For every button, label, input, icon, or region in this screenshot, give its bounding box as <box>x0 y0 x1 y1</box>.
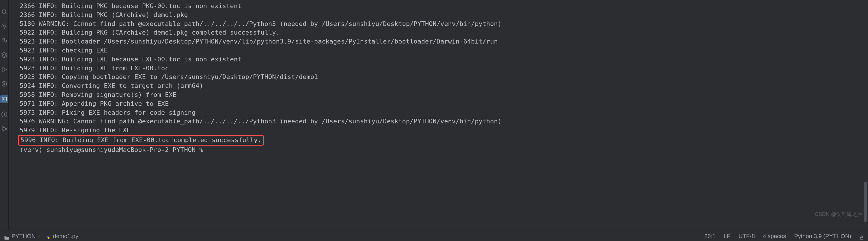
interpreter[interactable]: Python 3.9 (PYTHON) <box>794 232 851 240</box>
terminal-icon[interactable] <box>0 95 8 103</box>
terminal-line: 5979 INFO: Re-signing the EXE <box>20 126 857 135</box>
terminal-line: 5924 INFO: Converting EXE to target arch… <box>20 81 857 91</box>
svg-point-11 <box>4 115 4 116</box>
debug-icon[interactable] <box>1 23 7 29</box>
sidebar <box>0 0 9 231</box>
breadcrumb-root[interactable]: PYTHON <box>11 232 35 240</box>
breadcrumb-file[interactable]: demo1.py <box>53 232 78 240</box>
terminal-line: 5922 INFO: Building PKG (CArchive) demo1… <box>20 28 857 37</box>
vcs-icon[interactable] <box>1 126 7 132</box>
chevron-right-icon: 〉 <box>38 232 43 240</box>
lock-icon[interactable] <box>859 234 864 238</box>
layers-icon[interactable] <box>1 52 7 58</box>
svg-point-13 <box>2 130 3 131</box>
terminal-highlighted-line: 5996 INFO: Building EXE from EXE-00.toc … <box>18 135 264 146</box>
breadcrumb[interactable]: PYTHON 〉 demo1.py <box>4 232 78 240</box>
terminal-line: 2366 INFO: Building PKG because PKG-00.t… <box>20 2 857 11</box>
svg-rect-7 <box>2 97 6 101</box>
indent-setting[interactable]: 4 spaces <box>763 232 786 240</box>
main-area: 2366 INFO: Building PKG because PKG-00.t… <box>0 0 868 231</box>
terminal-line: 5976 WARNING: Cannot find path @executab… <box>20 117 857 126</box>
terminal-line: 5923 INFO: Building EXE because EXE-00.t… <box>20 55 857 64</box>
terminal-line: 5923 INFO: Copying bootloader EXE to /Us… <box>20 73 857 81</box>
python-file-icon <box>46 234 51 238</box>
search-icon[interactable] <box>1 9 7 15</box>
terminal-line: 5973 INFO: Fixing EXE headers for code s… <box>20 108 857 117</box>
terminal-line: 5180 WARNING: Cannot find path @executab… <box>20 20 857 29</box>
run-icon[interactable] <box>1 66 7 73</box>
line-separator[interactable]: LF <box>724 232 730 240</box>
terminal-line: 5923 INFO: checking EXE <box>20 46 857 55</box>
svg-point-12 <box>2 127 3 128</box>
terminal-line: 5923 INFO: Building EXE from EXE-00.toc <box>20 64 857 73</box>
scrollbar-track[interactable] <box>863 0 867 231</box>
svg-point-2 <box>3 25 5 27</box>
svg-marker-4 <box>3 67 6 72</box>
statusbar: PYTHON 〉 demo1.py 26:1 LF UTF-8 4 spaces… <box>0 231 868 241</box>
terminal-line: 5958 INFO: Removing signature(s) from EX… <box>20 91 857 99</box>
scrollbar-thumb[interactable] <box>864 182 867 222</box>
svg-point-14 <box>5 128 7 130</box>
watermark: CSDN @爱勤海之旅 <box>815 211 862 218</box>
folder-icon <box>4 234 9 238</box>
cursor-position[interactable]: 26:1 <box>704 232 716 240</box>
terminal-line: 2366 INFO: Building PKG (CArchive) demo1… <box>20 11 857 20</box>
problems-icon[interactable] <box>1 111 7 117</box>
encoding[interactable]: UTF-8 <box>738 232 755 240</box>
svg-marker-3 <box>1 53 7 55</box>
python-console-icon[interactable] <box>1 37 7 44</box>
svg-rect-15 <box>860 237 863 239</box>
svg-point-0 <box>2 10 6 13</box>
terminal-prompt[interactable]: (venv) sunshiyu@sunshiyudeMacBook-Pro-2 … <box>20 146 857 154</box>
svg-line-1 <box>5 13 7 14</box>
terminal-panel[interactable]: 2366 INFO: Building PKG because PKG-00.t… <box>9 0 868 231</box>
coverage-icon[interactable] <box>1 81 7 87</box>
svg-point-5 <box>2 81 7 87</box>
svg-marker-6 <box>4 83 5 85</box>
status-right: 26:1 LF UTF-8 4 spaces Python 3.9 (PYTHO… <box>704 232 864 240</box>
terminal-line: 5971 INFO: Appending PKG archive to EXE <box>20 99 857 108</box>
terminal-line: 5923 INFO: Bootloader /Users/sunshiyu/De… <box>20 37 857 46</box>
